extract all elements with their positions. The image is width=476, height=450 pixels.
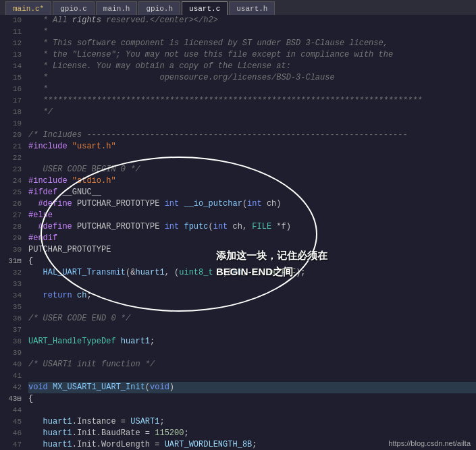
line-num-29: 29 (0, 233, 22, 244)
line-num-26: 26 (0, 198, 22, 210)
code-line-33 (28, 279, 476, 290)
line-num-36: 36 (0, 313, 22, 325)
code-line-40: /* USART1 init function */ (28, 359, 476, 370)
line-num-40: 40 (0, 359, 22, 370)
line-num-18: 18 (0, 107, 22, 118)
tab-main-c[interactable]: main.c* (5, 1, 51, 15)
code-line-37 (28, 325, 476, 336)
line-num-23: 23 (0, 164, 22, 175)
code-line-45: huart1.Instance = USART1; (28, 416, 476, 428)
line-num-21: 21 (0, 141, 22, 152)
tab-gpio-c[interactable]: gpio.c (53, 1, 95, 15)
code-line-35 (28, 302, 476, 313)
code-line-25: #ifdef __GNUC__ (28, 187, 476, 198)
line-num-10: 10 (0, 15, 22, 26)
line-num-12: 12 (0, 38, 22, 49)
line-num-33: 33 (0, 279, 22, 290)
code-line-28: #define PUTCHAR_PROTOTYPE int fputc(int … (28, 221, 476, 233)
code-line-44 (28, 405, 476, 416)
code-line-39 (28, 347, 476, 359)
code-line-27: #else (28, 210, 476, 221)
line-numbers: 10 11 12 13 14 15 16 17 18 19 20 21 22 2… (0, 15, 26, 450)
line-num-16: 16 (0, 84, 22, 95)
tab-usart-c[interactable]: usart.c (182, 1, 228, 15)
code-line-30: PUTCHAR_PROTOTYPE (28, 244, 476, 256)
line-num-28: 28 (0, 221, 22, 233)
code-line-14: * License. You may obtain a copy of the … (28, 61, 476, 72)
line-num-45: 45 (0, 416, 22, 428)
code-line-22 (28, 152, 476, 164)
code-line-11: * (28, 26, 476, 38)
line-num-32: 32 (0, 267, 22, 279)
code-line-34: return ch; (28, 290, 476, 302)
line-num-37: 37 (0, 325, 22, 336)
code-line-43: { (28, 393, 476, 405)
code-line-26: #define PUTCHAR_PROTOTYPE int __io_putch… (28, 198, 476, 210)
code-area[interactable]: * All rights reserved.</center></h2> * *… (26, 15, 476, 450)
line-num-27: 27 (0, 210, 22, 221)
line-num-42: 42 (0, 382, 22, 393)
tab-main-h[interactable]: main.h (96, 1, 138, 15)
line-num-44: 44 (0, 405, 22, 416)
watermark: https://blog.csdn.net/ailta (388, 439, 471, 447)
code-line-16: * (28, 84, 476, 95)
line-num-31[interactable]: 31⊟ (0, 256, 22, 267)
code-line-18: */ (28, 107, 476, 118)
line-num-35: 35 (0, 302, 22, 313)
line-num-47: 47 (0, 439, 22, 450)
code-line-32: HAL_UART_Transmit(&huart1, (uint8_t *)&c… (28, 267, 476, 279)
line-num-34: 34 (0, 290, 22, 302)
line-num-30: 30 (0, 244, 22, 256)
tabs-bar: main.c* gpio.c main.h gpio.h usart.c usa… (0, 0, 476, 15)
line-num-22: 22 (0, 152, 22, 164)
line-num-41: 41 (0, 370, 22, 382)
line-num-15: 15 (0, 72, 22, 84)
line-num-13: 13 (0, 49, 22, 61)
line-num-43[interactable]: 43⊟ (0, 393, 22, 405)
code-line-19 (28, 118, 476, 130)
tab-usart-h[interactable]: usart.h (229, 1, 275, 15)
line-num-14: 14 (0, 61, 22, 72)
line-num-38: 38 (0, 336, 22, 347)
code-line-23: USER CODE BEGIN 0 */ (28, 164, 476, 175)
code-line-12: * This software component is licensed by… (28, 38, 476, 49)
line-num-46: 46 (0, 428, 22, 439)
code-line-20: /* Includes ----------------------------… (28, 130, 476, 141)
tab-gpio-h[interactable]: gpio.h (138, 1, 180, 15)
code-line-15: * opensource.org/licenses/BSD-3-Clause (28, 72, 476, 84)
line-num-11: 11 (0, 26, 22, 38)
code-line-21: #include "usart.h" (28, 141, 476, 152)
editor-container: 10 11 12 13 14 15 16 17 18 19 20 21 22 2… (0, 15, 476, 450)
code-line-31: { (28, 256, 476, 267)
line-num-24: 24 (0, 175, 22, 187)
code-line-24: #include "stdio.h" (28, 175, 476, 187)
line-num-39: 39 (0, 347, 22, 359)
code-line-17: ****************************************… (28, 95, 476, 107)
line-num-20: 20 (0, 130, 22, 141)
line-num-25: 25 (0, 187, 22, 198)
line-num-19: 19 (0, 118, 22, 130)
code-line-36: /* USER CODE END 0 */ (28, 313, 476, 325)
code-line-10: * All rights reserved.</center></h2> (28, 15, 476, 26)
code-line-38: UART_HandleTypeDef huart1; (28, 336, 476, 347)
code-line-29: #endif (28, 233, 476, 244)
code-line-41 (28, 370, 476, 382)
code-line-13: * the "License"; You may not use this fi… (28, 49, 476, 61)
line-num-17: 17 (0, 95, 22, 107)
code-line-46: huart1.Init.BaudRate = 115200; (28, 428, 476, 439)
code-line-42: void MX_USART1_UART_Init(void) (28, 382, 476, 393)
